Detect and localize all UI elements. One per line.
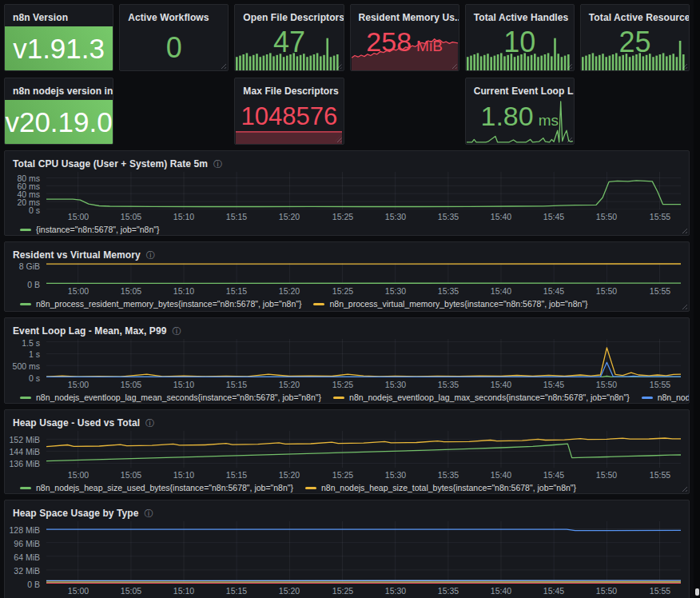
- legend-swatch: [305, 487, 316, 489]
- scrollbar-track[interactable]: [694, 0, 700, 598]
- info-icon[interactable]: ⓘ: [172, 327, 181, 336]
- panel-heap-space-usage: Heap Space Usage by Type ⓘ 128 MiB96 MiB…: [4, 500, 690, 598]
- stat-value: 0: [166, 34, 182, 62]
- x-axis-tick-label: 15:30: [385, 380, 406, 389]
- panel-title[interactable]: Heap Space Usage by Type: [13, 508, 139, 519]
- x-axis-tick-label: 15:10: [173, 212, 194, 221]
- x-axis-labels: 15:0015:0515:1015:1515:2015:2515:3015:35…: [46, 584, 681, 596]
- stat-background: v1.91.3: [5, 26, 113, 70]
- sparkline: [352, 26, 458, 70]
- y-axis-tick-label: 1 s: [29, 349, 40, 359]
- y-axis-tick-label: 96 MiB: [14, 539, 40, 548]
- x-axis-tick-label: 15:25: [332, 380, 353, 389]
- panel-title[interactable]: Heap Usage - Used vs Total: [13, 417, 140, 429]
- x-axis-tick-label: 15:45: [543, 470, 564, 480]
- y-axis-tick-label: 64 MiB: [14, 552, 40, 562]
- legend-item[interactable]: {instance="n8n:5678", job="n8n"}: [20, 225, 159, 234]
- info-icon[interactable]: ⓘ: [213, 160, 222, 169]
- legend-item[interactable]: n8n_nodejs_eventloop_lag_max_seconds{ins…: [333, 393, 630, 402]
- panel-title[interactable]: Open File Descriptors: [243, 12, 343, 23]
- chart-plot-area[interactable]: [46, 431, 681, 468]
- chart-plot-area[interactable]: [46, 263, 681, 284]
- panel-title[interactable]: Total CPU Usage (User + System) Rate 5m: [13, 158, 208, 169]
- x-axis-tick-label: 15:55: [650, 380, 670, 389]
- legend-label: n8n_process_resident_memory_bytes{instan…: [36, 299, 301, 309]
- info-icon[interactable]: ⓘ: [145, 509, 153, 518]
- x-axis-tick-label: 15:45: [543, 380, 564, 389]
- x-axis-tick-label: 15:00: [68, 380, 89, 389]
- x-axis-tick-label: 15:45: [543, 286, 564, 296]
- x-axis-tick-label: 15:40: [491, 586, 511, 596]
- sparkline: [467, 99, 573, 144]
- x-axis-labels: 15:0015:0515:1015:1515:2015:2515:3015:35…: [46, 284, 681, 297]
- panel-resident-vs-virtual-memory: Resident vs Virtual Memory ⓘ 8 GiB0 B 15…: [4, 241, 690, 312]
- chart-plot-area[interactable]: [46, 521, 681, 584]
- x-axis-tick-label: 15:15: [226, 470, 247, 480]
- panel-title[interactable]: Total Active Resources: [589, 12, 689, 23]
- panel-active-workflows: Active Workflows 0: [119, 4, 229, 71]
- info-icon[interactable]: ⓘ: [145, 419, 154, 428]
- panel-open-file-descriptors: Open File Descriptors 47: [234, 4, 344, 71]
- x-axis-tick-label: 15:55: [650, 586, 670, 596]
- legend-swatch: [20, 229, 31, 231]
- legend: n8n_nodejs_eventloop_lag_mean_seconds{in…: [5, 390, 689, 404]
- panel-title[interactable]: Event Loop Lag - Mean, Max, P99: [13, 325, 166, 337]
- stat-value: v20.19.0: [5, 108, 112, 136]
- stat-value: v1.91.3: [13, 34, 105, 62]
- panel-title[interactable]: Active Workflows: [128, 12, 209, 23]
- x-axis-tick-label: 15:05: [121, 380, 141, 389]
- x-axis-tick-label: 15:35: [438, 586, 459, 596]
- x-axis-tick-label: 15:55: [650, 212, 670, 221]
- y-axis-tick-label: 0 s: [29, 373, 40, 383]
- x-axis-tick-label: 15:30: [385, 212, 406, 221]
- info-icon[interactable]: ⓘ: [146, 251, 155, 260]
- panel-n8n-version: n8n Version v1.91.3: [4, 4, 113, 71]
- legend-item[interactable]: n8n_process_resident_memory_bytes{instan…: [20, 299, 301, 309]
- panel-title[interactable]: Resident vs Virtual Memory: [13, 249, 141, 261]
- panel-current-event-loop-lag: Current Event Loop L... ⓘ 1.80 ms: [465, 78, 575, 145]
- panel-title[interactable]: Total Active Handles: [474, 12, 569, 23]
- scrollbar-thumb[interactable]: [695, 588, 699, 596]
- y-axis-tick-label: 1.5 s: [22, 338, 40, 348]
- x-axis-tick-label: 15:05: [121, 586, 141, 596]
- legend-item[interactable]: n8n_nodejs_heap_size_total_bytes{instanc…: [305, 483, 576, 492]
- panel-title[interactable]: Max File Descriptors: [243, 86, 338, 97]
- panel-title[interactable]: n8n nodejs version info: [13, 86, 113, 97]
- legend-item[interactable]: n8n_nodejs_eventloop_lag_mean_seconds{in…: [20, 393, 321, 402]
- x-axis-tick-label: 15:15: [226, 380, 247, 389]
- x-axis-tick-label: 15:15: [226, 212, 247, 221]
- legend: {instance="n8n:5678", job="n8n"}: [5, 222, 689, 236]
- y-axis-tick-label: 144 MiB: [9, 447, 40, 456]
- panel-heap-usage: Heap Usage - Used vs Total ⓘ 152 MiB144 …: [4, 409, 690, 494]
- legend-item[interactable]: n8n_nodejs_heap_size_used_bytes{instance…: [20, 483, 293, 492]
- panel-title[interactable]: Current Event Loop L...: [474, 86, 574, 97]
- x-axis-tick-label: 15:45: [543, 586, 564, 596]
- x-axis-labels: 15:0015:0515:1015:1515:2015:2515:3015:35…: [46, 209, 681, 222]
- y-axis-tick-label: 8 GiB: [19, 261, 40, 271]
- legend-swatch: [20, 303, 31, 305]
- x-axis-tick-label: 15:25: [332, 470, 353, 480]
- panel-nodejs-version-info: n8n nodejs version info v20.19.0: [4, 78, 113, 145]
- chart-plot-area[interactable]: [46, 172, 681, 209]
- panel-title[interactable]: n8n Version: [13, 12, 68, 23]
- y-axis-tick-label: 0 B: [27, 280, 40, 289]
- x-axis-tick-label: 15:35: [438, 286, 459, 296]
- dashboard: n8n Version v1.91.3 Active Workflows 0 O…: [0, 0, 700, 598]
- panel-total-active-handles: Total Active Handles ⓘ 10: [465, 4, 575, 71]
- panel-title[interactable]: Resident Memory Us...: [359, 12, 459, 23]
- panel-resident-memory: Resident Memory Us... ⓘ 258 MiB: [350, 4, 459, 71]
- sparkline: [582, 26, 688, 70]
- x-axis-tick-label: 15:40: [491, 380, 511, 389]
- legend-label: n8n_nodejs_heap_size_used_bytes{instance…: [36, 483, 293, 492]
- legend-label: n8n_nodejs_heap_size_total_bytes{instanc…: [321, 483, 576, 492]
- legend-item[interactable]: n8n_process_virtual_memory_bytes{instanc…: [313, 299, 587, 309]
- chart-plot-area[interactable]: [46, 339, 681, 377]
- legend-label: n8n_nodejs_eventloop_lag_max_seconds{ins…: [349, 393, 630, 402]
- x-axis-tick-label: 15:20: [279, 212, 300, 221]
- x-axis-tick-label: 15:25: [332, 286, 353, 296]
- x-axis-tick-label: 15:10: [173, 380, 194, 389]
- x-axis-tick-label: 15:20: [279, 380, 300, 389]
- x-axis-tick-label: 15:10: [173, 586, 194, 596]
- x-axis-tick-label: 15:40: [491, 286, 511, 296]
- legend-label: {instance="n8n:5678", job="n8n"}: [36, 225, 159, 234]
